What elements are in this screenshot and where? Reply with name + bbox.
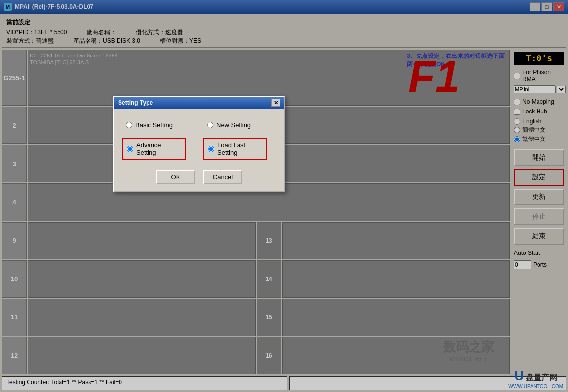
new-setting-label: New Setting bbox=[216, 121, 251, 129]
advance-setting-label: Advance Setting bbox=[136, 141, 181, 156]
modal-overlay: Setting Type ✕ Basic Setting New Setting bbox=[0, 0, 568, 392]
load-last-setting-label: Load Last Setting bbox=[217, 141, 262, 156]
dialog-title: Setting Type bbox=[118, 99, 153, 106]
basic-setting-label: Basic Setting bbox=[135, 121, 173, 129]
dialog-buttons: OK Cancel bbox=[122, 170, 276, 184]
load-last-setting-radio[interactable] bbox=[208, 146, 214, 152]
cancel-button[interactable]: Cancel bbox=[203, 170, 242, 184]
dialog-title-bar: Setting Type ✕ bbox=[114, 97, 284, 109]
advance-setting-option[interactable]: Advance Setting bbox=[122, 138, 186, 160]
basic-setting-option[interactable]: Basic Setting bbox=[122, 118, 195, 132]
advance-setting-radio[interactable] bbox=[127, 146, 133, 152]
dialog-close-button[interactable]: ✕ bbox=[271, 99, 280, 107]
setting-type-dialog: Setting Type ✕ Basic Setting New Setting bbox=[113, 96, 285, 192]
ok-button[interactable]: OK bbox=[156, 170, 195, 184]
new-setting-option[interactable]: New Setting bbox=[203, 118, 276, 132]
dialog-body: Basic Setting New Setting Advance Settin… bbox=[114, 109, 284, 191]
basic-setting-radio[interactable] bbox=[126, 122, 132, 128]
dialog-options: Basic Setting New Setting Advance Settin… bbox=[122, 118, 276, 160]
load-last-setting-option[interactable]: Load Last Setting bbox=[203, 138, 267, 160]
new-setting-radio[interactable] bbox=[207, 122, 213, 128]
